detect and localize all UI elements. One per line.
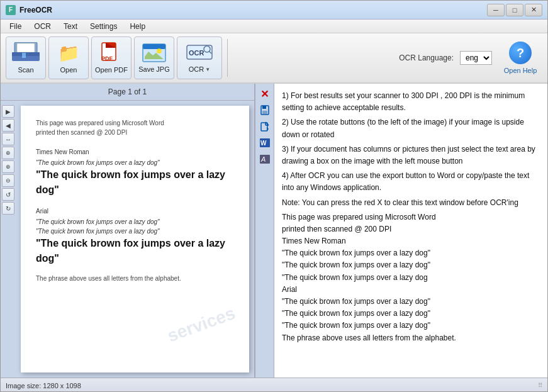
side-ctrl-rotate-cw[interactable]: ↻ [2, 202, 14, 215]
svg-rect-17 [262, 106, 266, 109]
side-ctrl-fit-width[interactable]: ↔ [2, 133, 14, 145]
svg-text:OCR: OCR [189, 49, 204, 57]
help-label: Open Help [504, 67, 537, 74]
scan-label: Scan [18, 66, 33, 74]
menu-ocr[interactable]: OCR [28, 21, 57, 32]
app-icon: F [6, 5, 16, 15]
document-content: This page was prepared using Microsoft W… [21, 106, 249, 296]
ocr-text-line: "The quick brown fox jumps over a lazy d… [282, 259, 540, 271]
side-ctrl-left[interactable]: ◀ [2, 119, 14, 132]
status-bar: Image size: 1280 x 1098 ⠿ [1, 378, 547, 392]
watermark: services [165, 303, 238, 346]
right-toolbar: ✕ W [255, 84, 274, 378]
help-icon: ? [509, 42, 532, 64]
app-title: FreeOCR [20, 6, 487, 14]
open-label: Open [60, 66, 77, 74]
doc-footer-note: The phrase above uses all letters from t… [36, 274, 234, 283]
menu-help[interactable]: Help [123, 21, 152, 32]
svg-rect-4 [22, 53, 26, 58]
restore-button[interactable]: □ [506, 4, 523, 16]
open-help-button[interactable]: ? Open Help [498, 36, 542, 79]
svg-text:PDF: PDF [101, 55, 113, 62]
svg-rect-19 [261, 123, 267, 131]
scan-button[interactable]: Scan [6, 36, 46, 79]
doc-arial-italic2: "The quick brown fox jumps over a lazy d… [36, 227, 234, 236]
side-ctrl-zoom-in[interactable]: ⊕ [2, 160, 14, 173]
doc-arial-italic1: "The quick brown fox jumps over a lazy d… [36, 217, 234, 227]
scan-icon [12, 42, 40, 64]
font-button[interactable]: A [257, 152, 272, 167]
image-size-label: Image size: 1280 x 1098 [6, 382, 81, 389]
jpg-icon [142, 43, 166, 63]
ocr-text-line: Times New Roman [282, 235, 540, 247]
ocr-text-line: Note: You can press the red X to clear t… [282, 197, 540, 209]
ocr-text-line: This page was prepared using Microsoft W… [282, 211, 540, 223]
doc-times-bold: "The quick brown fox jumps over a lazy d… [36, 167, 234, 198]
menu-text[interactable]: Text [57, 21, 84, 32]
ocr-icon: OCR [186, 43, 213, 63]
page-header: Page 1 of 1 [1, 84, 254, 101]
ocr-dropdown-arrow[interactable]: ▼ [205, 67, 210, 72]
side-ctrl-right[interactable]: ▶ [2, 105, 14, 118]
folder-icon: 📁 [58, 43, 80, 64]
open-pdf-label: Open PDF [95, 66, 128, 74]
clear-text-button[interactable]: ✕ [257, 86, 272, 101]
side-ctrl-zoom-out[interactable]: ⊖ [2, 174, 14, 187]
menu-bar: File OCR Text Settings Help [1, 20, 547, 33]
ocr-text-line: "The quick brown fox jumps over a lazy d… [282, 272, 540, 284]
ocr-text-line: "The quick brown fox jumps over a lazy d… [282, 247, 540, 259]
side-ctrl-rotate-ccw[interactable]: ↺ [2, 188, 14, 201]
ocr-text-line: 1) For best results set your scanner to … [282, 90, 540, 114]
save-jpg-button[interactable]: Save JPG [134, 36, 174, 79]
open-pdf-button[interactable]: PDF Open PDF [91, 36, 131, 79]
doc-intro: This page was prepared using Microsoft W… [36, 118, 234, 137]
menu-settings[interactable]: Settings [84, 21, 123, 32]
ocr-text-line: Arial [282, 284, 540, 296]
side-ctrl-zoom-fit[interactable]: ⊕ [2, 147, 14, 159]
title-bar: F FreeOCR ─ □ ✕ [1, 1, 547, 20]
window-controls: ─ □ ✕ [487, 4, 542, 16]
doc-arial-label: Arial [36, 206, 234, 216]
svg-point-11 [157, 48, 162, 53]
export-button[interactable] [257, 119, 272, 134]
word-export-button[interactable]: W [257, 135, 272, 150]
ocr-text-line: 3) If your document has columns or pictu… [282, 143, 540, 167]
ocr-text-line: "The quick brown fox jumps over a lazy d… [282, 296, 540, 308]
ocr-text-line: "The quick brown fox jumps over a lazy d… [282, 320, 540, 332]
right-panel: ✕ W [255, 84, 547, 378]
document-canvas: This page was prepared using Microsoft W… [21, 106, 249, 372]
side-controls: ▶ ◀ ↔ ⊕ ⊕ ⊖ ↺ ↻ [1, 103, 16, 217]
status-resize-handle: ⠿ [538, 382, 542, 389]
ocr-language-select[interactable]: eng [460, 51, 492, 65]
main-content: Page 1 of 1 ▶ ◀ ↔ ⊕ ⊕ ⊖ ↺ ↻ This page wa… [1, 84, 547, 378]
ocr-text-line: The phrase above uses all letters from t… [282, 332, 540, 344]
doc-arial-section: Arial "The quick brown fox jumps over a … [36, 206, 234, 266]
left-panel: Page 1 of 1 ▶ ◀ ↔ ⊕ ⊕ ⊖ ↺ ↻ This page wa… [1, 84, 255, 378]
close-button[interactable]: ✕ [525, 4, 542, 16]
menu-file[interactable]: File [3, 21, 28, 32]
pdf-icon: PDF [101, 42, 122, 64]
svg-rect-1 [17, 43, 35, 52]
ocr-text-line: 4) After OCR you can use the export butt… [282, 170, 540, 194]
minimize-button[interactable]: ─ [487, 4, 505, 16]
doc-font-label-times: Times New Roman [36, 147, 234, 157]
open-button[interactable]: 📁 Open [48, 36, 89, 79]
ocr-text-area[interactable]: 1) For best results set your scanner to … [274, 84, 547, 378]
toolbar-right: OCR Language: eng ? Open Help [399, 36, 542, 79]
ocr-text-line: "The quick brown fox jumps over a lazy d… [282, 308, 540, 320]
ocr-button[interactable]: OCR OCR ▼ [177, 36, 222, 79]
ocr-text-line: 2) Use the rotate buttons (to the left o… [282, 116, 540, 140]
svg-rect-10 [143, 44, 165, 49]
toolbar: Scan 📁 Open PDF Open PDF Save JPG [1, 33, 547, 84]
svg-text:A: A [260, 155, 266, 163]
svg-rect-18 [262, 111, 267, 114]
toolbar-separator [227, 39, 228, 77]
doc-times-italic: "The quick brown fox jumps over a lazy d… [36, 158, 234, 167]
save-text-button[interactable] [257, 103, 272, 118]
save-jpg-label: Save JPG [138, 65, 170, 73]
ocr-label: OCR [189, 65, 204, 73]
ocr-text-line: printed then scanned @ 200 DPI [282, 223, 540, 235]
doc-arial-bold: "The quick brown fox jumps over a lazy d… [36, 236, 234, 266]
ocr-language-label: OCR Language: [399, 53, 454, 62]
svg-text:W: W [260, 140, 267, 147]
